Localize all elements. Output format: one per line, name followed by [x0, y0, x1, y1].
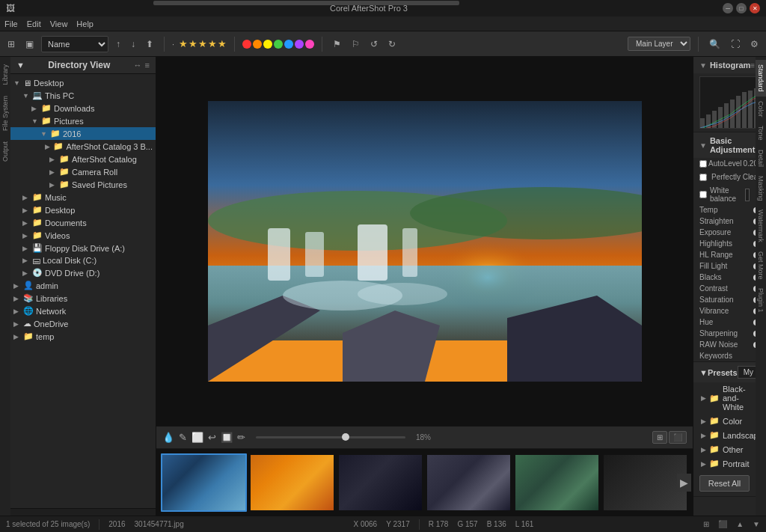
- tree-item-12[interactable]: ▶ 📁 Videos: [10, 229, 156, 242]
- color-pink[interactable]: [305, 40, 314, 49]
- presets-header[interactable]: ▼ Presets My Favorites + ≡: [693, 362, 756, 382]
- right-tab-watermark[interactable]: Watermark: [756, 205, 766, 247]
- search-icon[interactable]: 🔍: [706, 37, 723, 51]
- tab-library[interactable]: Library: [0, 60, 10, 90]
- right-tab-get-more[interactable]: Get More: [756, 247, 766, 284]
- status-icon-3[interactable]: ▲: [736, 520, 744, 528]
- rotate-cw-icon[interactable]: ↻: [385, 37, 399, 51]
- adj-thumb-2[interactable]: [753, 230, 756, 236]
- tree-item-11[interactable]: ▶ 📁 Documents: [10, 216, 156, 229]
- histogram-header[interactable]: ▼ Histogram ≡: [693, 57, 756, 73]
- color-blue[interactable]: [284, 40, 293, 49]
- tree-item-7[interactable]: ▶ 📁 Camera Roll: [10, 165, 156, 178]
- rotate-ccw-icon[interactable]: ↺: [367, 37, 381, 51]
- perfectly-clear-checkbox[interactable]: [699, 174, 707, 181]
- star-2[interactable]: ★: [189, 38, 197, 49]
- export-button[interactable]: ⬆: [143, 37, 156, 51]
- adj-thumb-7[interactable]: [753, 286, 756, 292]
- right-tab-tone[interactable]: Tone: [756, 121, 766, 145]
- main-layer-dropdown[interactable]: Main Layer: [628, 37, 690, 51]
- adj-thumb-6[interactable]: [753, 275, 756, 281]
- adj-thumb-0[interactable]: [753, 207, 756, 213]
- tree-item-9[interactable]: ▶ 📁 Music: [10, 191, 156, 204]
- color-purple[interactable]: [295, 40, 304, 49]
- tree-item-15[interactable]: ▶ 💿 DVD Drive (D:): [10, 266, 156, 279]
- tool-brush[interactable]: ✎: [179, 432, 187, 443]
- sort-desc-button[interactable]: ↓: [128, 37, 138, 51]
- toolbar-filmstrip-icon[interactable]: ▣: [22, 37, 37, 51]
- preset-item-1[interactable]: ▶ 📁 Color: [693, 414, 756, 428]
- menu-edit[interactable]: Edit: [27, 19, 41, 28]
- tree-item-4[interactable]: ▼ 📁 2016: [10, 127, 156, 140]
- autolevel-checkbox[interactable]: [699, 160, 707, 168]
- filmstrip-nav-right[interactable]: ▶: [677, 474, 691, 492]
- basic-adjustments-header[interactable]: ▼ Basic Adjustments ≡: [693, 132, 756, 158]
- tree-item-0[interactable]: ▼ 🖥 Desktop: [10, 77, 156, 89]
- adj-thumb-9[interactable]: [753, 308, 756, 314]
- tree-item-2[interactable]: ▶ 📁 Downloads: [10, 102, 156, 114]
- menu-help[interactable]: Help: [76, 19, 94, 28]
- white-balance-select[interactable]: As Shot: [745, 189, 750, 201]
- tree-item-3[interactable]: ▼ 📁 Pictures: [10, 114, 156, 127]
- tree-item-17[interactable]: ▶ 📚 Libraries: [10, 292, 156, 305]
- tool-crop[interactable]: ⬜: [192, 432, 203, 443]
- status-icon-2[interactable]: ⬛: [718, 520, 727, 528]
- filmstrip-thumb-4[interactable]: [426, 453, 512, 512]
- right-tab-masking[interactable]: Masking: [756, 171, 766, 206]
- minimize-button[interactable]: ─: [723, 3, 733, 13]
- preset-item-2[interactable]: ▶ 📁 Landscape: [693, 428, 756, 442]
- adj-thumb-11[interactable]: [753, 331, 756, 337]
- preset-item-4[interactable]: ▶ 📁 Portrait: [693, 456, 756, 471]
- close-button[interactable]: ✕: [750, 3, 760, 13]
- view-grid-button[interactable]: ⊞: [652, 431, 667, 444]
- status-icon-1[interactable]: ⊞: [703, 520, 709, 528]
- adj-thumb-1[interactable]: [753, 218, 756, 224]
- star-rating[interactable]: ★ ★ ★ ★ ★: [179, 38, 227, 49]
- maximize-button[interactable]: □: [736, 3, 747, 13]
- filmstrip-thumb-5[interactable]: [514, 453, 600, 512]
- adj-thumb-4[interactable]: [753, 252, 756, 258]
- preset-item-3[interactable]: ▶ 📁 Other: [693, 442, 756, 456]
- star-4[interactable]: ★: [208, 38, 217, 49]
- star-1[interactable]: ★: [179, 38, 188, 49]
- tool-cursor[interactable]: 💧: [162, 432, 174, 443]
- fullscreen-icon[interactable]: ⛶: [728, 37, 743, 51]
- histogram-menu-icon[interactable]: ≡: [750, 61, 755, 70]
- tree-item-18[interactable]: ▶ 🌐 Network: [10, 305, 156, 317]
- filmstrip-thumb-2[interactable]: [249, 453, 335, 512]
- filmstrip-thumb-1[interactable]: [161, 453, 247, 512]
- color-green[interactable]: [274, 40, 283, 49]
- sort-asc-button[interactable]: ↑: [113, 37, 123, 51]
- color-yellow[interactable]: [263, 40, 272, 49]
- color-red[interactable]: [242, 40, 251, 49]
- sort-dropdown[interactable]: Name: [41, 36, 108, 52]
- adj-thumb-8[interactable]: [753, 297, 756, 303]
- dir-action-menu[interactable]: ≡: [145, 61, 150, 70]
- tree-item-19[interactable]: ▶ ☁ OneDrive: [10, 317, 156, 330]
- settings-icon[interactable]: ⚙: [747, 37, 762, 51]
- dir-action-lock[interactable]: ↔: [134, 61, 142, 70]
- preset-item-0[interactable]: ▶ 📁 Black-and-White: [693, 382, 756, 414]
- filmstrip-thumb-3[interactable]: [337, 453, 423, 512]
- tool-transform[interactable]: 🔲: [221, 432, 233, 443]
- dir-scrollbar-h[interactable]: [10, 508, 156, 516]
- adj-thumb-10[interactable]: [753, 319, 756, 325]
- menu-file[interactable]: File: [4, 19, 18, 28]
- adj-thumb-5[interactable]: [753, 263, 756, 269]
- tab-filesystem[interactable]: File System: [0, 91, 10, 135]
- tree-item-5[interactable]: ▶ 📁 AfterShot Catalog 3 B...: [10, 140, 156, 153]
- right-tab-standard[interactable]: Standard: [756, 60, 766, 97]
- flag-icon[interactable]: ⚑: [330, 37, 344, 51]
- view-single-button[interactable]: ⬛: [669, 431, 687, 444]
- right-tab-plugin-1[interactable]: Plugin 1: [756, 284, 766, 317]
- tree-item-6[interactable]: ▶ 📁 AfterShot Catalog: [10, 153, 156, 165]
- tree-item-16[interactable]: ▶ 👤 admin: [10, 279, 156, 292]
- color-orange[interactable]: [253, 40, 262, 49]
- tree-item-10[interactable]: ▶ 📁 Desktop: [10, 204, 156, 216]
- presets-tab-dropdown[interactable]: My Favorites: [738, 366, 756, 379]
- tree-item-20[interactable]: ▶ 📁 temp: [10, 330, 156, 343]
- dir-collapse-icon[interactable]: ▼: [16, 61, 25, 70]
- tool-pen[interactable]: ✏: [237, 432, 245, 443]
- right-tab-detail[interactable]: Detail: [756, 145, 766, 171]
- toolbar-grid-icon[interactable]: ⊞: [4, 37, 18, 51]
